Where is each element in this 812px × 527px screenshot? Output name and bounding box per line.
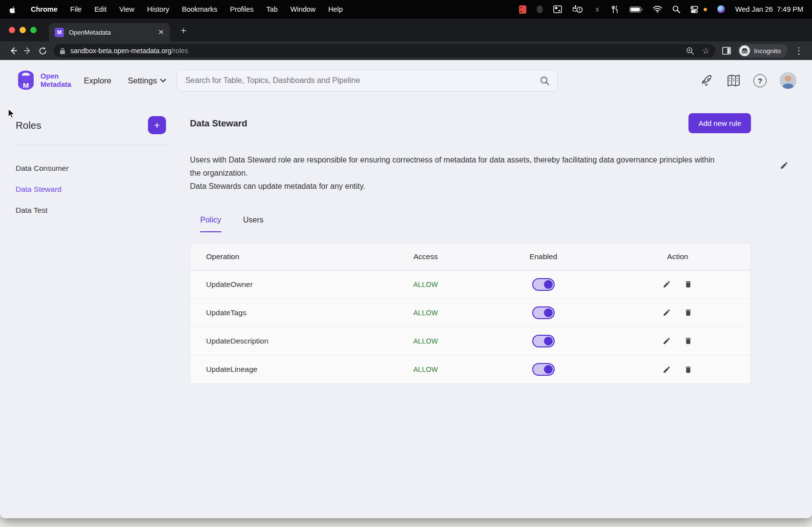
nav-settings[interactable]: Settings — [128, 76, 167, 85]
delete-rule-icon[interactable] — [684, 337, 692, 345]
menu-history[interactable]: History — [147, 5, 169, 13]
user-avatar[interactable] — [780, 72, 796, 89]
svg-text:M: M — [23, 81, 29, 89]
reload-button[interactable] — [35, 43, 50, 58]
page-body: Roles + Data Consumer Data Steward Data … — [0, 101, 812, 518]
balloon-icon[interactable] — [537, 5, 543, 13]
menu-edit[interactable]: Edit — [94, 5, 106, 13]
chevron-down-icon — [160, 79, 166, 82]
sidebar-item-data-test[interactable]: Data Test — [16, 200, 168, 221]
delete-rule-icon[interactable] — [684, 280, 692, 288]
maximize-window-button[interactable] — [30, 27, 37, 33]
role-description-line2: Data Stewards can update metadata for an… — [190, 180, 717, 193]
column-operation: Operation — [190, 252, 370, 261]
nav-explore[interactable]: Explore — [84, 76, 111, 85]
menu-window[interactable]: Window — [291, 5, 316, 13]
lock-icon — [60, 47, 65, 55]
bookmark-star-icon[interactable]: ☆ — [702, 46, 709, 56]
tab-strip: M OpenMetadata ✕ ＋ — [0, 19, 812, 41]
tab-policy[interactable]: Policy — [200, 216, 221, 232]
app-header: M Open Metadata Explore Settings — [0, 60, 812, 101]
url-host: sandbox-beta.open-metadata.org — [70, 47, 171, 55]
control-center-icon[interactable] — [690, 6, 700, 13]
operation-name: UpdateLineage — [190, 365, 370, 374]
forward-button[interactable] — [21, 43, 35, 58]
enabled-toggle[interactable] — [532, 335, 555, 347]
apple-logo-icon[interactable] — [9, 5, 16, 14]
tab-title: OpenMetadata — [69, 29, 111, 36]
new-tab-button[interactable]: ＋ — [179, 25, 188, 35]
url-path: /roles — [171, 47, 188, 55]
edit-description-icon[interactable] — [780, 161, 789, 172]
search-input[interactable] — [185, 76, 540, 85]
policy-rules-table: Operation Access Enabled Action UpdateOw… — [190, 243, 751, 384]
menu-file[interactable]: File — [70, 5, 82, 13]
zoom-page-icon[interactable] — [686, 47, 694, 55]
enabled-toggle[interactable] — [532, 278, 555, 291]
mouse-cursor — [8, 108, 16, 122]
menu-bookmarks[interactable]: Bookmarks — [182, 5, 217, 13]
table-header-row: Operation Access Enabled Action — [190, 243, 750, 270]
browser-menu-icon[interactable]: ⋮ — [791, 43, 806, 58]
spotlight-search-icon[interactable] — [672, 5, 680, 13]
menu-help[interactable]: Help — [328, 5, 343, 13]
access-value: ALLOW — [370, 281, 481, 288]
edit-rule-icon[interactable] — [663, 337, 671, 345]
operation-name: UpdateDescription — [190, 337, 370, 345]
address-bar[interactable]: sandbox-beta.open-metadata.org/roles ☆ — [54, 44, 715, 58]
menu-chrome[interactable]: Chrome — [31, 5, 58, 13]
page-title: Data Steward — [190, 118, 247, 129]
column-action: Action — [605, 252, 750, 261]
tab-users[interactable]: Users — [243, 216, 264, 232]
edit-rule-icon[interactable] — [663, 280, 671, 288]
sidebar-item-data-consumer[interactable]: Data Consumer — [16, 158, 168, 179]
back-button[interactable] — [6, 43, 21, 58]
recording-indicator-icon[interactable] — [519, 5, 526, 14]
global-search[interactable] — [177, 70, 558, 92]
menu-tab[interactable]: Tab — [266, 5, 277, 13]
whats-new-rocket-icon[interactable] — [701, 74, 714, 87]
enabled-toggle[interactable] — [532, 363, 555, 376]
docker-alert-icon[interactable] — [572, 5, 583, 14]
role-detail-panel: Data Steward Add new rule Users with Dat… — [190, 101, 751, 384]
side-panel-icon[interactable] — [719, 43, 734, 58]
stats-icon[interactable]: S — [593, 5, 601, 13]
svg-text:S: S — [595, 6, 599, 13]
siri-icon[interactable] — [717, 5, 725, 13]
search-icon[interactable] — [540, 76, 549, 85]
tab-close-icon[interactable]: ✕ — [158, 28, 164, 37]
enabled-toggle[interactable] — [532, 306, 555, 319]
browser-toolbar: sandbox-beta.open-metadata.org/roles ☆ I… — [0, 41, 812, 60]
utensils-icon[interactable] — [611, 5, 619, 14]
sidebar-item-data-steward[interactable]: Data Steward — [16, 179, 168, 200]
minimize-window-button[interactable] — [20, 27, 26, 33]
wifi-icon[interactable] — [653, 6, 662, 13]
add-new-rule-button[interactable]: Add new rule — [688, 113, 751, 133]
battery-icon[interactable] — [629, 6, 643, 13]
add-role-button[interactable]: + — [148, 116, 166, 134]
help-icon[interactable]: ? — [753, 74, 767, 87]
close-window-button[interactable] — [9, 27, 15, 33]
access-value: ALLOW — [370, 365, 481, 373]
edit-rule-icon[interactable] — [663, 308, 671, 317]
table-row: UpdateOwner ALLOW — [190, 270, 750, 299]
roles-sidebar: Roles + Data Consumer Data Steward Data … — [0, 101, 168, 221]
browser-tab[interactable]: M OpenMetadata ✕ — [49, 23, 170, 41]
role-description: Users with Data Steward role are respons… — [190, 153, 717, 193]
delete-rule-icon[interactable] — [684, 308, 692, 317]
stage-manager-icon[interactable] — [553, 5, 562, 13]
tour-map-icon[interactable] — [727, 74, 740, 87]
menu-view[interactable]: View — [119, 5, 134, 13]
macos-menu-bar: Chrome File Edit View History Bookmarks … — [0, 0, 812, 19]
table-row: UpdateLineage ALLOW — [190, 355, 750, 384]
logo-text-line1: Open — [41, 72, 71, 81]
access-value: ALLOW — [370, 337, 481, 345]
plus-icon: + — [154, 120, 160, 130]
menu-bar-clock[interactable]: Wed Jan 26 7:49 PM — [735, 5, 803, 13]
edit-rule-icon[interactable] — [663, 365, 671, 374]
menu-profiles[interactable]: Profiles — [230, 5, 253, 13]
openmetadata-logo[interactable]: M Open Metadata — [16, 69, 71, 92]
operation-name: UpdateOwner — [190, 280, 370, 289]
delete-rule-icon[interactable] — [684, 365, 692, 374]
notification-dot — [704, 8, 707, 11]
